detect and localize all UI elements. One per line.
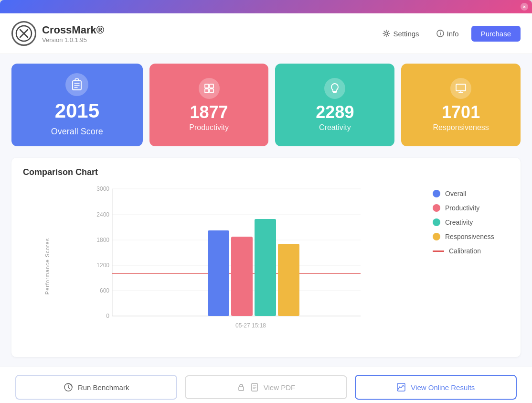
chart-svg: 3000 2400 1800 1200 600 0	[32, 185, 431, 338]
app-version: Version 1.0.1.95	[42, 36, 378, 44]
creativity-label: Creativity	[319, 123, 351, 132]
legend-productivity-dot	[433, 204, 440, 212]
legend-overall-dot	[433, 190, 440, 197]
svg-rect-36	[255, 219, 276, 316]
info-button[interactable]: Info	[432, 27, 464, 41]
pdf-icon	[250, 383, 259, 392]
responsiveness-card: 1701 Responsiveness	[401, 64, 521, 146]
chart-section: Comparison Chart Performance Scores 3000…	[11, 158, 521, 357]
main-content: 2015 Overall Score 1877 Productivity	[0, 54, 532, 367]
title-bar: ×	[0, 0, 532, 13]
creativity-score: 2289	[316, 103, 354, 122]
app-title-group: CrossMark® Version 1.0.1.95	[42, 24, 378, 44]
svg-rect-40	[239, 387, 244, 391]
productivity-icon-svg	[203, 83, 215, 94]
app-title: CrossMark®	[42, 24, 378, 36]
logo	[11, 21, 36, 46]
svg-rect-14	[210, 89, 213, 93]
legend-productivity: Productivity	[433, 204, 509, 212]
svg-text:05-27 15:18: 05-27 15:18	[235, 322, 266, 329]
settings-button[interactable]: Settings	[378, 27, 424, 41]
view-online-results-button[interactable]: View Online Results	[355, 375, 517, 400]
view-pdf-button[interactable]: View PDF	[185, 375, 347, 399]
legend-overall-label: Overall	[445, 190, 466, 197]
productivity-icon	[199, 78, 220, 99]
responsiveness-icon	[450, 78, 471, 99]
svg-rect-16	[456, 84, 466, 91]
info-icon	[436, 30, 444, 37]
y-axis-label: Performance Scores	[44, 238, 50, 294]
svg-text:1800: 1800	[96, 237, 109, 243]
legend-creativity: Creativity	[433, 218, 509, 226]
legend-creativity-dot	[433, 218, 440, 226]
svg-rect-34	[208, 230, 229, 316]
legend-calibration: Calibration	[433, 247, 509, 255]
creativity-card: 2289 Creativity	[275, 64, 394, 146]
overall-card: 2015 Overall Score	[11, 64, 143, 146]
chart-title: Comparison Chart	[23, 167, 509, 177]
svg-rect-13	[205, 89, 209, 93]
productivity-card: 1877 Productivity	[149, 64, 269, 146]
purchase-button[interactable]: Purchase	[471, 26, 521, 42]
chart-area: Performance Scores 3000 2400 1800 1200 6…	[23, 185, 421, 348]
svg-rect-12	[210, 84, 213, 88]
svg-text:0: 0	[106, 313, 109, 319]
svg-rect-11	[205, 84, 209, 88]
overall-icon-row	[21, 73, 133, 100]
svg-point-3	[385, 32, 388, 35]
svg-point-6	[440, 32, 441, 33]
overall-label: Overall Score	[51, 127, 103, 137]
app-window: × CrossMark® Version 1.0.1.95 Settings	[0, 0, 532, 403]
logo-icon	[15, 25, 32, 42]
header-actions: Settings Info Purchase	[378, 26, 521, 42]
run-benchmark-button[interactable]: Run Benchmark	[15, 375, 177, 400]
productivity-label: Productivity	[189, 123, 229, 132]
legend-calibration-line	[433, 251, 444, 252]
settings-icon	[383, 30, 390, 37]
legend-calibration-label: Calibration	[449, 247, 481, 255]
legend-responsiveness-dot	[433, 233, 440, 240]
overall-score: 2015	[55, 100, 99, 122]
responsiveness-label: Responsiveness	[433, 123, 489, 132]
svg-text:600: 600	[100, 287, 109, 294]
legend-creativity-label: Creativity	[445, 218, 473, 226]
legend-overall: Overall	[433, 190, 509, 197]
responsiveness-icon-svg	[455, 83, 467, 94]
productivity-score: 1877	[190, 103, 228, 122]
legend-productivity-label: Productivity	[445, 204, 479, 212]
chart-container: Performance Scores 3000 2400 1800 1200 6…	[23, 185, 509, 348]
svg-rect-35	[231, 237, 253, 316]
svg-text:3000: 3000	[96, 185, 109, 192]
chart-legend: Overall Productivity Creativity Responsi…	[433, 185, 509, 348]
svg-rect-37	[278, 244, 299, 316]
overall-icon	[65, 73, 88, 96]
legend-responsiveness-label: Responsiveness	[445, 233, 494, 240]
svg-text:1200: 1200	[96, 262, 109, 269]
legend-responsiveness: Responsiveness	[433, 233, 509, 240]
score-cards: 2015 Overall Score 1877 Productivity	[11, 64, 521, 146]
clipboard-icon	[71, 78, 83, 91]
creativity-icon-svg	[329, 83, 340, 94]
creativity-icon	[324, 78, 345, 99]
svg-text:2400: 2400	[96, 211, 109, 218]
lock-icon	[237, 383, 245, 392]
close-button[interactable]: ×	[521, 3, 528, 11]
footer-actions: Run Benchmark View PDF View Online Resul…	[0, 367, 532, 403]
chart-icon	[396, 382, 406, 392]
header: CrossMark® Version 1.0.1.95 Settings Inf…	[0, 13, 532, 54]
responsiveness-score: 1701	[442, 103, 480, 122]
run-benchmark-icon	[64, 382, 73, 392]
